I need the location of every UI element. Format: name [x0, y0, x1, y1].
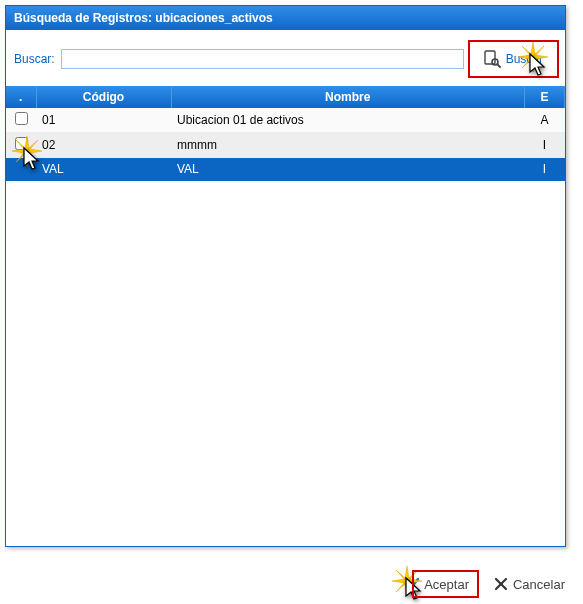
row-select-cell[interactable] — [6, 108, 36, 133]
col-header-code[interactable]: Código — [36, 86, 171, 108]
results-table: . Código Nombre E 01Ubicacion 01 de acti… — [6, 86, 565, 181]
row-select-cell[interactable] — [6, 133, 36, 158]
col-header-name[interactable]: Nombre — [171, 86, 525, 108]
search-bar: Buscar: Buscar — [6, 30, 565, 86]
svg-line-2 — [497, 64, 500, 67]
results-table-area: . Código Nombre E 01Ubicacion 01 de acti… — [6, 86, 565, 546]
table-row[interactable]: 02mmmmI — [6, 133, 565, 158]
table-row[interactable]: VALVALI — [6, 158, 565, 181]
cell-e: I — [525, 158, 565, 181]
cell-e: A — [525, 108, 565, 133]
accept-button-label: Aceptar — [424, 577, 469, 592]
col-header-select[interactable]: . — [6, 86, 36, 108]
footer-actions: Aceptar Cancelar — [394, 570, 573, 598]
search-records-window: Búsqueda de Registros: ubicaciones_activ… — [5, 5, 566, 547]
window-title: Búsqueda de Registros: ubicaciones_activ… — [6, 6, 565, 30]
cell-code: VAL — [36, 158, 171, 181]
cell-name: mmmm — [171, 133, 525, 158]
cell-name: Ubicacion 01 de activos — [171, 108, 525, 133]
cell-name: VAL — [171, 158, 525, 181]
search-button[interactable]: Buscar — [476, 46, 551, 72]
row-checkbox[interactable] — [15, 137, 28, 150]
cancel-button-label: Cancelar — [513, 577, 565, 592]
search-label: Buscar: — [14, 52, 55, 66]
search-button-label: Buscar — [506, 52, 543, 66]
row-checkbox[interactable] — [15, 112, 28, 125]
search-icon — [484, 50, 502, 68]
cell-code: 02 — [36, 133, 171, 158]
table-row[interactable]: 01Ubicacion 01 de activosA — [6, 108, 565, 133]
check-icon — [404, 576, 420, 592]
col-header-e[interactable]: E — [525, 86, 565, 108]
accept-button[interactable]: Aceptar — [396, 572, 477, 596]
cancel-button[interactable]: Cancelar — [485, 572, 573, 596]
row-select-cell[interactable] — [6, 158, 36, 181]
close-icon — [493, 576, 509, 592]
table-body: 01Ubicacion 01 de activosA02mmmmIVALVALI — [6, 108, 565, 181]
search-input[interactable] — [61, 49, 464, 69]
svg-rect-0 — [485, 51, 495, 64]
cell-code: 01 — [36, 108, 171, 133]
table-header: . Código Nombre E — [6, 86, 565, 108]
cell-e: I — [525, 133, 565, 158]
